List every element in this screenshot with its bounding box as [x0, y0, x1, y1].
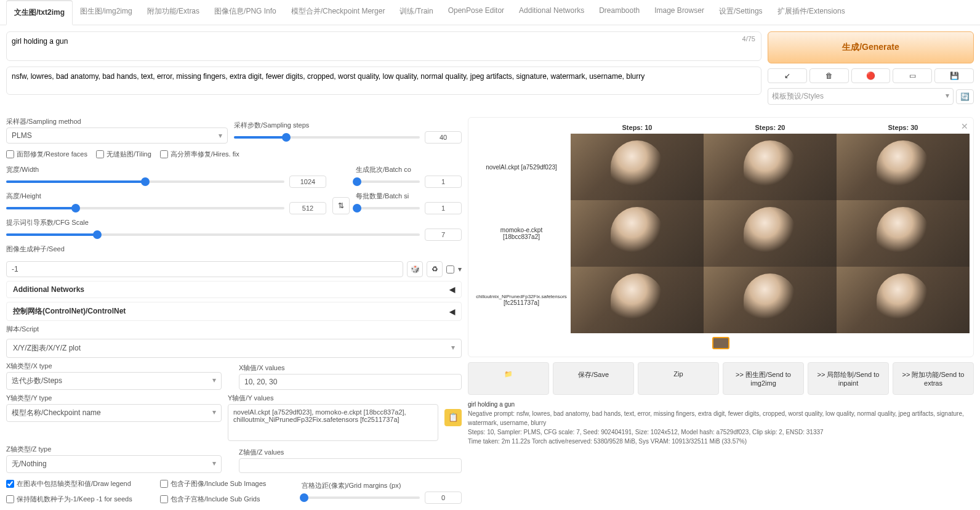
tiling-checkbox[interactable]: 无缝贴图/Tiling [96, 150, 151, 159]
restore-faces-checkbox[interactable]: 面部修复/Restore faces [6, 150, 87, 159]
negative-prompt-input[interactable]: nsfw, lowres, bad anatomy, bad hands, te… [6, 67, 761, 95]
ytype-label: Y轴类型/Y type [6, 394, 222, 403]
tab-txt2img[interactable]: 文生图/txt2img [6, 0, 73, 25]
sampling-steps-label: 采样步数/Sampling steps [234, 121, 462, 130]
cfg-slider[interactable] [6, 233, 420, 236]
sampling-method-label: 采样器/Sampling method [6, 117, 228, 126]
width-value[interactable]: 1024 [289, 176, 326, 188]
yvalues-label: Y轴值/Y values [228, 394, 438, 403]
keep-seeds-checkbox[interactable]: 保持随机数种子为-1/Keep -1 for seeds [6, 495, 154, 504]
tab-ckptmerger[interactable]: 模型合并/Checkpoint Merger [284, 0, 393, 25]
grid-row-1: novelAI.ckpt [a7529df023] [472, 134, 571, 200]
xvalues-input[interactable]: 10, 20, 30 [239, 374, 462, 390]
grid-margins-slider[interactable] [302, 496, 420, 499]
paste-button[interactable]: ↙ [768, 68, 807, 83]
xvalues-label: X轴值/X values [239, 363, 462, 373]
send-inpaint-button[interactable]: >> 局部绘制/Send to inpaint [808, 362, 889, 395]
tab-dreambooth[interactable]: Dreambooth [592, 0, 647, 25]
grid-image[interactable] [704, 134, 837, 200]
swap-dimensions-button[interactable]: ⇅ [332, 197, 350, 214]
zvalues-input[interactable] [239, 458, 462, 473]
cfg-value[interactable]: 7 [425, 229, 462, 241]
grid-image[interactable] [571, 134, 704, 200]
zip-button[interactable]: Zip [638, 362, 719, 395]
save-button[interactable]: 保存/Save [553, 362, 634, 395]
grid-row-3: chilloutmix_NiPrunedFp32Fix.safetensors[… [472, 267, 571, 333]
tab-img2img[interactable]: 图生图/img2img [73, 0, 140, 25]
yvalues-input[interactable]: novelAI.ckpt [a7529df023], momoko-e.ckpt… [228, 404, 438, 441]
prompt-input[interactable]: girl holding a gun [6, 31, 761, 61]
yvalues-fill-button[interactable]: 📋 [444, 409, 462, 426]
tab-openpose[interactable]: OpenPose Editor [441, 0, 512, 25]
styles-refresh-button[interactable]: 🔄 [956, 89, 974, 104]
grid-col-2: Steps: 20 [704, 121, 837, 134]
send-extras-button[interactable]: >> 附加功能/Send to extras [893, 362, 974, 395]
styles-select[interactable]: 模板预设/Styles [768, 88, 954, 105]
include-sub-grids-checkbox[interactable]: 包含子宫格/Include Sub Grids [160, 495, 295, 504]
cfg-label: 提示词引导系数/CFG Scale [6, 218, 462, 227]
script-label: 脚本/Script [6, 325, 462, 334]
grid-margins-label: 宫格边距(像素)/Grid margins (px) [302, 481, 462, 490]
tab-settings[interactable]: 设置/Settings [712, 0, 770, 25]
grid-image[interactable] [837, 267, 970, 333]
ytype-select[interactable]: 模型名称/Checkpoint name [6, 404, 222, 422]
batch-size-value[interactable]: 1 [425, 202, 462, 214]
tab-addnets[interactable]: Additional Networks [512, 0, 592, 25]
sampling-steps-slider[interactable] [234, 136, 420, 139]
gallery-close-button[interactable]: ✕ [961, 121, 968, 131]
send-img2img-button[interactable]: >> 图生图/Send to img2img [723, 362, 804, 395]
height-label: 高度/Height [6, 192, 326, 201]
grid-image[interactable] [571, 267, 704, 333]
batch-count-value[interactable]: 1 [425, 176, 462, 188]
tab-train[interactable]: 训练/Train [392, 0, 440, 25]
batch-size-label: 每批数量/Batch si [356, 192, 462, 201]
token-count: 4/75 [742, 35, 755, 42]
width-label: 宽度/Width [6, 165, 326, 174]
height-value[interactable]: 512 [289, 202, 326, 214]
seed-random-button[interactable]: 🎲 [407, 261, 423, 277]
draw-legend-checkbox[interactable]: 在图表中包括轴类型和值/Draw legend [6, 479, 154, 488]
seed-reuse-button[interactable]: ♻ [427, 261, 443, 277]
grid-margins-value[interactable]: 0 [425, 492, 462, 504]
seed-input[interactable]: -1 [6, 261, 403, 277]
grid-image[interactable] [571, 200, 704, 267]
seed-extra-arrow[interactable]: ▾ [458, 265, 462, 273]
batch-count-label: 生成批次/Batch co [356, 165, 462, 174]
controlnet-accordion[interactable]: 控制网络(ControlNet)/ControlNet◀ [6, 302, 462, 321]
zvalues-label: Z轴值/Z values [239, 448, 462, 457]
batch-size-slider[interactable] [356, 207, 420, 209]
grid-image[interactable] [704, 200, 837, 267]
xtype-label: X轴类型/X type [6, 362, 222, 371]
ztype-label: Z轴类型/Z type [6, 445, 222, 454]
sampling-steps-value[interactable]: 40 [425, 131, 462, 144]
styles-apply-button[interactable]: ▭ [893, 68, 932, 83]
clear-button[interactable]: 🗑 [809, 68, 849, 83]
tab-imgbrowser[interactable]: Image Browser [647, 0, 712, 25]
additional-networks-accordion[interactable]: Additional Networks◀ [6, 281, 462, 298]
hires-fix-checkbox[interactable]: 高分辨率修复/Hires. fix [160, 150, 239, 159]
tab-extensions[interactable]: 扩展插件/Extensions [770, 0, 853, 25]
height-slider[interactable] [6, 207, 284, 209]
tab-pnginfo[interactable]: 图像信息/PNG Info [207, 0, 284, 25]
width-slider[interactable] [6, 180, 284, 183]
sampling-method-select[interactable]: PLMS [6, 127, 228, 144]
gallery-thumbnail[interactable] [712, 337, 729, 349]
grid-image[interactable] [704, 267, 837, 333]
batch-count-slider[interactable] [356, 180, 420, 183]
styles-save-button[interactable]: 💾 [934, 68, 974, 83]
main-tabs: 文生图/txt2img 图生图/img2img 附加功能/Extras 图像信息… [0, 0, 980, 25]
grid-image[interactable] [837, 134, 970, 200]
grid-image[interactable] [837, 200, 970, 267]
script-select[interactable]: X/Y/Z图表/X/Y/Z plot [6, 339, 462, 358]
xtype-select[interactable]: 迭代步数/Steps [6, 372, 222, 390]
seed-extra-checkbox[interactable] [446, 265, 454, 273]
open-folder-button[interactable]: 📁 [468, 362, 549, 395]
extra-networks-button[interactable]: 🔴 [851, 68, 891, 83]
seed-label: 图像生成种子/Seed [6, 245, 462, 254]
include-sub-images-checkbox[interactable]: 包含子图像/Include Sub Images [160, 479, 295, 488]
tab-extras[interactable]: 附加功能/Extras [140, 0, 207, 25]
generate-button[interactable]: 生成/Generate [768, 31, 974, 63]
grid-col-3: Steps: 30 [837, 121, 970, 134]
generation-info: girl holding a gun Negative prompt: nsfw… [468, 400, 974, 446]
ztype-select[interactable]: 无/Nothing [6, 455, 222, 473]
